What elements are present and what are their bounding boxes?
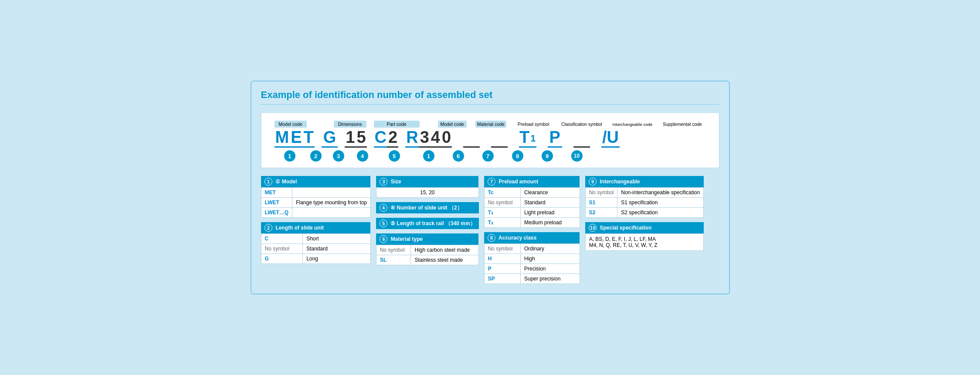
interchange-symbol-no: No symbol [585,188,617,198]
accuracy-symbol-no: No symbol [484,244,520,254]
preload-desc-t1: Light preload [520,208,580,218]
model-row-lwetq: LWET…Q [261,208,370,218]
interchange-symbol-s2: S2 [585,208,617,218]
interchange-desc-s1: S1 specification [617,198,704,208]
model-row-met: MET [261,188,370,198]
code-T1: T [519,128,530,148]
length-desc-no: Standard [303,244,371,254]
code-slash-U: /U [601,128,620,148]
table-length-rail-header: ⑤ Length of track rail （340 mm） [390,220,475,226]
preload-symbol-t1: T₁ [484,208,520,218]
main-container: Example of identification number of asse… [251,81,730,295]
col-4: 9 Interchangeable No symbol Non-intercha… [585,176,704,284]
badge-num-slide: 4 [380,204,387,212]
table-accuracy-header: Accuracy class [498,235,536,241]
code-3: 3 [419,128,430,148]
col-1: 1 ① Model MET LWET Flange type mounting … [261,176,371,284]
tables-area: 1 ① Model MET LWET Flange type mounting … [261,176,719,284]
table-interchangeable-header: Interchangeable [600,179,640,185]
interchange-desc-no: Non-interchangeable specification [617,188,704,198]
preload-symbol-t2: T₂ [484,218,520,228]
preload-row-tc: Tc Clearance [484,188,580,198]
length-row-c: C Short [261,234,370,244]
preload-desc-tc: Clearance [520,188,580,198]
code-sub1: 1 [530,130,536,148]
badge-1a: 1 [284,150,295,162]
size-value: 15, 20 [376,188,478,198]
interchange-row-s1: S1 S1 specification [585,198,703,208]
table-special-header: Special specification [600,225,652,231]
badge-model: 1 [264,178,272,186]
accuracy-desc-p: Precision [520,264,580,274]
table-length-header: Length of slide unit [275,225,324,231]
code-E: E [290,128,302,148]
code-5: 5 [356,128,366,148]
table-material-header: Material type [391,236,423,242]
badge-4: 4 [357,150,368,162]
length-symbol-no: No symbol [261,244,303,254]
label-supplemental: Supplemental code [662,121,703,128]
size-row: 15, 20 [376,188,478,198]
length-row-nosymbol: No symbol Standard [261,244,370,254]
badge-9: 9 [542,150,553,162]
code-G: G [322,128,338,148]
badge-6: 6 [453,150,464,162]
length-symbol-g: G [261,254,303,264]
preload-desc-t2: Medium preload [520,218,580,228]
special-value: A, BS, D, E, F, I, J, L, LF, MA M4, N, Q… [585,234,703,251]
table-num-slide: 4 ④ Number of slide unit （2） [376,202,479,213]
preload-desc-no: Standard [520,198,580,208]
label-classification: Classification symbol [560,121,603,128]
table-accuracy: 8 Accuracy class No symbol Ordinary H Hi… [484,232,580,284]
material-desc-no: High carbon steel made [411,245,478,255]
label-preload-symbol: Preload symbol [515,121,552,128]
interchange-row-nosymbol: No symbol Non-interchangeable specificat… [585,188,703,198]
col-3: 7 Preload amount Tc Clearance No symbol … [484,176,580,284]
accuracy-symbol-h: H [484,254,520,264]
label-part-code: Part code [374,121,420,128]
preload-row-nosymbol: No symbol Standard [484,198,580,208]
accuracy-symbol-sp: SP [484,274,520,284]
table-model: 1 ① Model MET LWET Flange type mounting … [261,176,371,218]
badge-special: 10 [589,224,597,232]
table-interchangeable: 9 Interchangeable No symbol Non-intercha… [585,176,704,218]
badge-accuracy: 8 [488,234,495,242]
material-row-nosymbol: No symbol High carbon steel made [376,245,478,255]
model-desc-lwet: Flange type mounting from top [292,198,371,208]
badge-5: 5 [389,150,400,162]
table-preload: 7 Preload amount Tc Clearance No symbol … [484,176,580,228]
accuracy-desc-no: Ordinary [520,244,580,254]
page-title: Example of identification number of asse… [261,89,719,105]
badge-interchangeable: 9 [589,178,597,186]
label-interchangeable: Interchangeable code [612,121,653,128]
table-size: 3 Size 15, 20 [376,176,479,198]
model-symbol-lwetq: LWET…Q [261,208,292,218]
badge-8: 8 [512,150,523,162]
code-P: P [548,128,562,148]
code-blank-2 [491,128,508,148]
code-T: T [303,128,315,148]
badge-10: 10 [571,150,583,162]
accuracy-row-h: H High [484,254,580,264]
badge-preload: 7 [488,178,495,186]
code-blank-1 [463,128,480,148]
label-material-code: Material code [475,121,506,128]
code-1: 1 [345,128,356,148]
length-row-g: G Long [261,254,370,264]
model-symbol-lwet: LWET [261,198,292,208]
preload-symbol-tc: Tc [484,188,520,198]
badge-2: 2 [310,150,322,162]
length-desc-g: Long [303,254,371,264]
preload-row-t1: T₁ Light preload [484,208,580,218]
badge-3: 3 [333,150,344,162]
badge-length: 2 [264,224,272,232]
table-model-header: ① Model [275,179,297,185]
accuracy-symbol-p: P [484,264,520,274]
preload-symbol-no: No symbol [484,198,520,208]
code-0: 0 [441,128,452,148]
material-symbol-no: No symbol [376,245,411,255]
length-desc-c: Short [303,234,371,244]
model-symbol-met: MET [261,188,292,198]
code-R: R [405,128,419,148]
badge-1b: 1 [423,150,434,162]
